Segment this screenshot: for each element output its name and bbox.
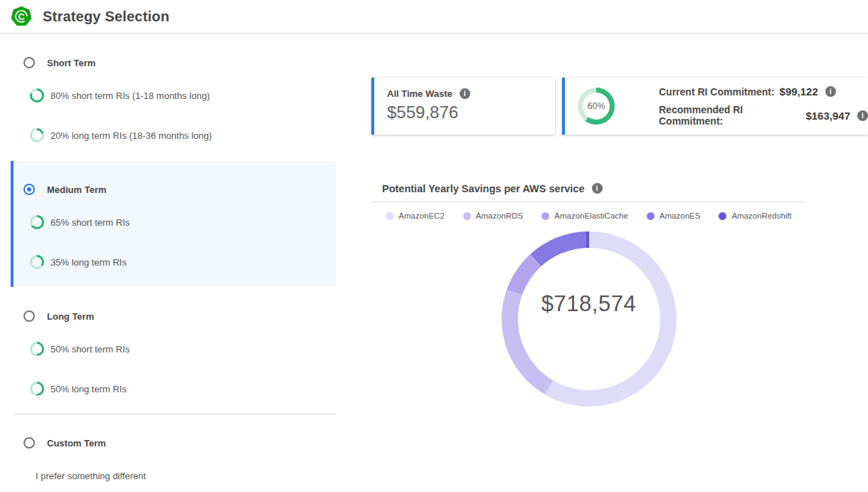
info-icon[interactable]: i bbox=[592, 183, 603, 194]
strategy-option-short-term[interactable]: Short Term80% short term RIs (1-18 month… bbox=[0, 57, 336, 142]
legend-item-amazonelasticache[interactable]: AmazonElastiCache bbox=[541, 211, 628, 220]
radio-short-term[interactable] bbox=[23, 57, 35, 68]
svg-text:C: C bbox=[18, 12, 24, 22]
chart-legend: AmazonEC2AmazonRDSAmazonElastiCacheAmazo… bbox=[371, 211, 806, 220]
recommended-ri-commitment-label: Recommended RI Commitment: bbox=[659, 104, 800, 127]
legend-item-amazonrds[interactable]: AmazonRDS bbox=[463, 211, 523, 220]
allocation-label: 80% short term RIs (1-18 months long) bbox=[51, 90, 210, 101]
allocation-item: 80% short term RIs (1-18 months long) bbox=[0, 88, 336, 103]
utilization-percentage: 60% bbox=[587, 101, 605, 111]
allocation-item: 50% long term RIs bbox=[0, 382, 336, 396]
current-ri-commitment-row: Current RI Commitment: $99,122 i bbox=[659, 85, 868, 98]
current-ri-commitment-label: Current RI Commitment: bbox=[659, 86, 775, 98]
allocation-label: 35% long term RIs bbox=[51, 257, 127, 268]
radio-custom-term[interactable] bbox=[23, 437, 35, 449]
legend-item-amazonec2[interactable]: AmazonEC2 bbox=[386, 211, 445, 220]
legend-dot-icon bbox=[541, 212, 549, 220]
summary-cards-row: All Time Waste i $559,876 60% Current RI… bbox=[371, 78, 868, 135]
strategy-option-label: Custom Term bbox=[47, 438, 106, 449]
info-icon[interactable]: i bbox=[857, 110, 868, 121]
all-time-waste-label: All Time Waste bbox=[387, 88, 452, 99]
legend-label: AmazonEC2 bbox=[398, 211, 445, 220]
sidebar-divider bbox=[14, 414, 336, 414]
recommended-ri-commitment-value: $163,947 bbox=[805, 110, 850, 122]
allocation-item: 50% short term RIs bbox=[0, 342, 336, 356]
chart-title: Potential Yearly Savings per AWS service bbox=[382, 183, 585, 194]
page-title: Strategy Selection bbox=[43, 9, 169, 25]
strategy-option-header[interactable]: Short Term bbox=[0, 57, 336, 68]
savings-chart-card: Potential Yearly Savings per AWS service… bbox=[371, 182, 806, 407]
allocation-ring-icon bbox=[30, 88, 44, 103]
allocation-ring-icon bbox=[30, 128, 44, 142]
strategy-option-label: Long Term bbox=[47, 311, 94, 322]
strategy-option-long-term[interactable]: Long Term50% short term RIs50% long term… bbox=[0, 310, 336, 396]
allocation-label: 50% short term RIs bbox=[51, 344, 129, 355]
strategy-option-header[interactable]: Long Term bbox=[0, 310, 336, 322]
strategy-option-label: Medium Term bbox=[47, 184, 107, 195]
cloudability-logo-icon: C bbox=[11, 6, 31, 26]
allocation-ring-icon bbox=[30, 382, 44, 396]
main-panel: All Time Waste i $559,876 60% Current RI… bbox=[371, 33, 868, 407]
legend-item-amazones[interactable]: AmazonES bbox=[647, 211, 701, 220]
legend-dot-icon bbox=[719, 212, 726, 220]
current-ri-commitment-value: $99,122 bbox=[780, 85, 818, 98]
radio-long-term[interactable] bbox=[23, 310, 35, 322]
legend-label: AmazonES bbox=[660, 211, 701, 220]
allocation-label: 50% long term RIs bbox=[51, 384, 127, 394]
legend-item-amazonredshift[interactable]: AmazonRedshift bbox=[719, 211, 791, 220]
strategy-option-custom-term[interactable]: Custom TermI prefer something different bbox=[0, 437, 336, 483]
allocation-item: 65% short term RIs bbox=[14, 215, 336, 229]
donut-total-value: $718,574 bbox=[541, 291, 636, 317]
all-time-waste-card: All Time Waste i $559,876 bbox=[371, 78, 555, 135]
strategy-sidebar: Short Term80% short term RIs (1-18 month… bbox=[0, 33, 336, 483]
all-time-waste-value: $559,876 bbox=[387, 103, 555, 122]
ri-commitment-card: 60% Current RI Commitment: $99,122 i Rec… bbox=[562, 78, 868, 135]
radio-medium-term[interactable] bbox=[23, 184, 35, 195]
allocation-ring-icon bbox=[30, 255, 44, 269]
strategy-option-header[interactable]: Medium Term bbox=[14, 184, 336, 195]
custom-term-note: I prefer something different bbox=[0, 469, 336, 483]
allocation-label: 65% short term RIs bbox=[51, 217, 129, 228]
savings-donut-chart: $718,574 bbox=[502, 231, 677, 407]
legend-dot-icon bbox=[463, 212, 471, 220]
strategy-option-medium-term[interactable]: Medium Term65% short term RIs35% long te… bbox=[11, 161, 336, 287]
strategy-option-header[interactable]: Custom Term bbox=[0, 437, 336, 449]
legend-dot-icon bbox=[647, 212, 655, 220]
utilization-gauge: 60% bbox=[578, 88, 615, 125]
chart-divider bbox=[371, 201, 806, 202]
allocation-ring-icon bbox=[30, 215, 44, 229]
info-icon[interactable]: i bbox=[460, 88, 470, 99]
info-icon[interactable]: i bbox=[825, 86, 836, 97]
legend-dot-icon bbox=[386, 212, 393, 220]
legend-label: AmazonRDS bbox=[476, 211, 523, 220]
allocation-label: 20% long term RIs (18-36 months long) bbox=[51, 130, 212, 141]
strategy-option-label: Short Term bbox=[47, 58, 95, 68]
allocation-ring-icon bbox=[30, 342, 44, 356]
app-header: C Strategy Selection bbox=[0, 0, 868, 33]
recommended-ri-commitment-row: Recommended RI Commitment: $163,947 i bbox=[659, 104, 868, 127]
allocation-item: 20% long term RIs (18-36 months long) bbox=[0, 128, 336, 142]
legend-label: AmazonRedshift bbox=[731, 211, 791, 220]
legend-label: AmazonElastiCache bbox=[554, 211, 628, 220]
allocation-item: 35% long term RIs bbox=[14, 255, 336, 269]
